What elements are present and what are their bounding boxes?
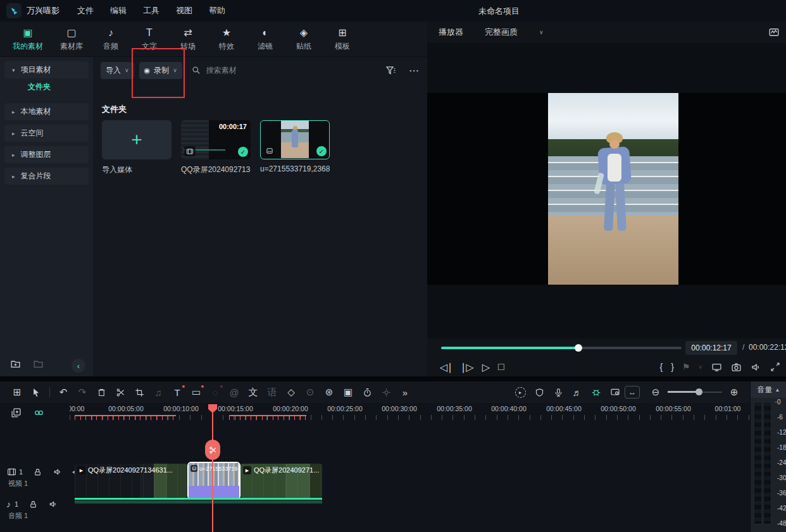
stop-button[interactable]: □	[498, 361, 504, 373]
more-tools-icon[interactable]: »	[396, 385, 415, 400]
media-panel-toggle-icon[interactable]: ⊞	[8, 385, 27, 400]
prev-frame-button[interactable]: ◁∣	[440, 361, 452, 373]
menu-file[interactable]: 文件	[77, 5, 94, 16]
seek-handle[interactable]	[575, 344, 582, 352]
text-to-speech-icon[interactable]: 语	[263, 385, 282, 400]
add-track-icon[interactable]	[9, 405, 23, 419]
sidebar-item-project-media[interactable]: ▾ 项目素材	[4, 61, 89, 78]
lock-icon[interactable]	[28, 500, 38, 509]
mark-out-button[interactable]: }	[671, 362, 674, 372]
mask-oval-icon[interactable]: ◌	[206, 385, 225, 400]
sticker-mention-icon[interactable]: @	[225, 385, 244, 400]
menu-help[interactable]: 帮助	[209, 5, 225, 16]
zoom-out-icon[interactable]: ⊖	[646, 385, 665, 400]
toolbar-divider	[49, 387, 50, 397]
new-folder-icon[interactable]	[8, 357, 22, 371]
current-time[interactable]: 00:00:12:17	[685, 341, 737, 355]
audio-stretch-icon[interactable]: ♫	[149, 385, 168, 400]
tab-stock-media[interactable]: ▢ 素材库	[60, 27, 83, 52]
smart-beta-bug-icon[interactable]	[587, 385, 606, 400]
linked-audio-waveform[interactable]	[75, 498, 322, 500]
sidebar-item-compound-clip[interactable]: ▸ 复合片段	[4, 168, 89, 185]
link-clips-icon[interactable]	[32, 405, 46, 419]
lock-icon[interactable]	[33, 467, 42, 477]
timeline-clip-video-1[interactable]: ▶ QQ录屏20240927134631...	[75, 464, 187, 498]
mute-track-icon[interactable]	[53, 467, 62, 477]
add-text-icon[interactable]: T	[168, 385, 187, 400]
crop-icon[interactable]	[130, 385, 149, 400]
split-scissors-icon[interactable]	[111, 385, 130, 400]
video-track-label[interactable]: 视频 1	[8, 479, 28, 488]
mute-track-icon[interactable]	[48, 500, 58, 509]
more-options-icon[interactable]: ⋯	[409, 65, 420, 77]
playhead-line[interactable]	[212, 404, 213, 532]
sidebar-item-cloud[interactable]: ▸ 云空间	[4, 125, 89, 142]
quality-dropdown[interactable]: 完整画质 ∨	[485, 27, 544, 38]
import-media-tile[interactable]: +	[102, 120, 172, 159]
keyframe-icon[interactable]: ◇	[282, 385, 301, 400]
search-input[interactable]	[206, 66, 289, 75]
shield-denoise-icon[interactable]	[530, 385, 549, 400]
sidebar-item-adjustment-layer[interactable]: ▸ 调整图层	[4, 146, 89, 163]
tab-filters[interactable]: ◐ 滤镜	[254, 27, 276, 52]
tab-transitions[interactable]: ⇄ 转场	[177, 27, 199, 52]
tab-templates[interactable]: ⊞ 模板	[332, 27, 353, 52]
tab-stickers[interactable]: ◈ 贴纸	[293, 27, 315, 52]
volume-panel-header[interactable]: 音量 ▲	[751, 381, 786, 398]
marker-flag-icon[interactable]: ⚑	[682, 362, 690, 372]
seek-bar[interactable]	[441, 347, 682, 349]
timer-icon[interactable]	[358, 385, 377, 400]
render-preview-icon[interactable]: ▸	[511, 385, 530, 400]
image-icon	[190, 465, 197, 472]
select-tool-icon[interactable]	[27, 385, 46, 400]
chevron-right-icon: ▸	[12, 173, 15, 180]
quick-split-scissors-icon[interactable]	[205, 440, 220, 460]
audio-track-label[interactable]: 音频 1	[8, 511, 28, 521]
sidebar-item-local-media[interactable]: ▸ 本地素材	[4, 103, 89, 120]
menu-view[interactable]: 视图	[176, 5, 192, 16]
volume-speaker-icon[interactable]	[750, 361, 761, 373]
redo-icon[interactable]: ↷	[73, 385, 92, 400]
timeline-ruler[interactable]: 00:00:00 00:00:05:00 00:00:10:00 00:00:1…	[70, 404, 750, 421]
timeline-clip-image-selected[interactable]: u=2715533719,23...	[187, 462, 240, 500]
sidebar-item-folder[interactable]: 文件夹	[0, 78, 93, 96]
filter-funnel-icon[interactable]	[384, 63, 397, 77]
motion-tracking-icon[interactable]	[377, 385, 396, 400]
timeline-clip-video-2[interactable]: ▶ QQ录屏202409271...	[240, 464, 322, 498]
import-button[interactable]: 导入 ∨	[101, 62, 134, 79]
speed-ramp-icon[interactable]: ⊙	[301, 385, 320, 400]
image-thumbnail-selected[interactable]: ✓	[260, 120, 330, 159]
tab-audio[interactable]: ♪ 音频	[100, 27, 122, 52]
player-viewport[interactable]	[427, 43, 786, 338]
delete-icon[interactable]	[92, 385, 111, 400]
auto-ripple-icon[interactable]: ↔	[625, 386, 640, 399]
scope-monitor-icon[interactable]	[767, 25, 781, 39]
play-button[interactable]: ▷	[482, 361, 490, 373]
mark-in-button[interactable]: {	[659, 362, 663, 372]
next-frame-button[interactable]: ∣▷	[461, 361, 473, 373]
folder-icon[interactable]	[31, 357, 45, 371]
timeline-zoom-slider[interactable]	[668, 385, 722, 400]
zoom-in-icon[interactable]: ⊕	[725, 385, 744, 400]
record-button[interactable]: ◉ 录制 ∨	[139, 62, 182, 79]
speech-to-text-icon[interactable]: 文	[244, 385, 263, 400]
menu-tools[interactable]: 工具	[143, 5, 159, 16]
color-palette-icon[interactable]: ⊛	[320, 385, 339, 400]
tab-effects[interactable]: ★ 特效	[216, 27, 237, 52]
voiceover-mic-icon[interactable]	[549, 385, 568, 400]
snapshot-camera-icon[interactable]	[730, 361, 742, 373]
screen-record-icon[interactable]	[606, 385, 625, 400]
plus-icon: +	[131, 130, 142, 149]
display-device-icon[interactable]	[711, 361, 722, 373]
video-thumbnail[interactable]: 00:00:17 ✓	[181, 120, 251, 159]
audio-mixer-icon[interactable]: ♬	[568, 385, 587, 400]
menu-edit[interactable]: 编辑	[110, 5, 127, 16]
volume-meter-panel: 音量 ▲ 0 -6 -12 -18 -24 -30 -36 -42 -48	[750, 381, 786, 532]
undo-icon[interactable]: ↶	[54, 385, 73, 400]
tab-my-media[interactable]: ▣ 我的素材	[13, 27, 43, 52]
mask-rect-icon[interactable]: ▭	[187, 385, 206, 400]
tab-text[interactable]: T 文字	[139, 27, 160, 52]
fullscreen-icon[interactable]	[770, 361, 781, 373]
collapse-sidebar-button[interactable]: ‹	[72, 359, 85, 373]
chroma-key-icon[interactable]: ▣	[339, 385, 358, 400]
